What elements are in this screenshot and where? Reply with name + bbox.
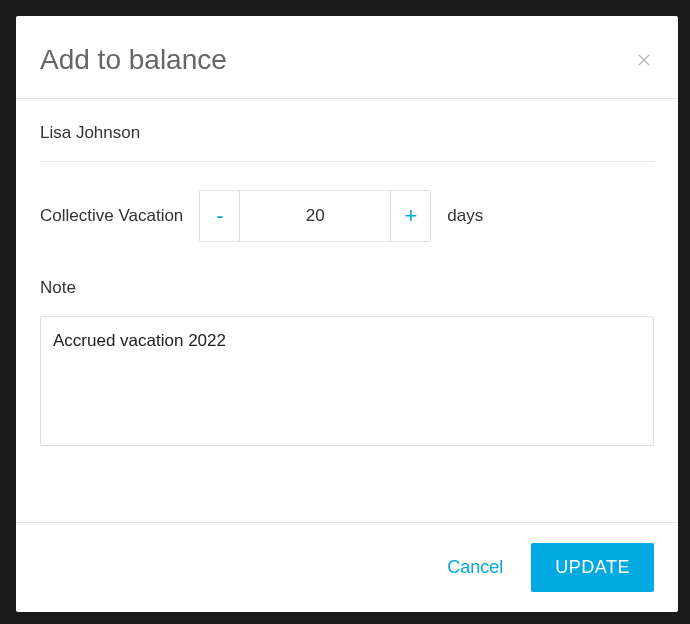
- amount-input[interactable]: [240, 191, 390, 241]
- add-to-balance-modal: Add to balance Lisa Johnson Collective V…: [16, 16, 678, 612]
- cancel-button[interactable]: Cancel: [447, 557, 503, 578]
- unit-label: days: [447, 206, 483, 226]
- balance-type-label: Collective Vacation: [40, 206, 183, 226]
- decrement-button[interactable]: -: [200, 191, 240, 241]
- modal-title: Add to balance: [40, 44, 227, 76]
- modal-body: Lisa Johnson Collective Vacation - + day…: [16, 99, 678, 522]
- employee-name: Lisa Johnson: [40, 123, 654, 162]
- quantity-stepper: - +: [199, 190, 431, 242]
- increment-button[interactable]: +: [390, 191, 430, 241]
- modal-footer: Cancel UPDATE: [16, 522, 678, 612]
- note-field[interactable]: [40, 316, 654, 446]
- balance-row: Collective Vacation - + days: [40, 190, 654, 242]
- update-button[interactable]: UPDATE: [531, 543, 654, 592]
- note-label: Note: [40, 278, 654, 298]
- modal-header: Add to balance: [16, 16, 678, 99]
- close-icon[interactable]: [634, 50, 654, 70]
